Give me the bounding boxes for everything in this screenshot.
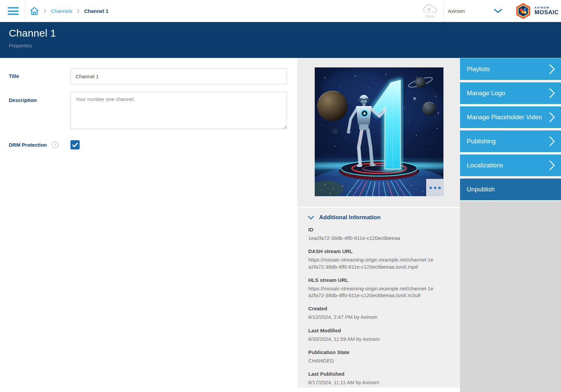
page-subtitle: Properties xyxy=(9,43,561,48)
top-bar: Channels Channel 1 Save Axinom xyxy=(0,0,561,22)
cloud-upload-icon xyxy=(420,3,439,14)
info-field-label: Publication State xyxy=(308,349,446,355)
info-field-label: DASH stream URL xyxy=(308,248,446,254)
chevron-right-icon xyxy=(549,160,555,170)
info-field-value: https://mosaic-streaming-origin.example.… xyxy=(308,256,435,270)
sidebar-action-label: Localizations xyxy=(467,162,503,169)
info-field-label: Last Published xyxy=(308,371,446,377)
chevron-down-icon xyxy=(494,9,502,13)
sidebar-action-button[interactable]: Publishing xyxy=(460,130,561,152)
description-input[interactable]: Your number one channel. xyxy=(70,92,287,129)
info-field: Last Modified 6/20/2024, 11:59 AM by Axi… xyxy=(308,328,446,343)
additional-information-fields: ID 1ea2fa72-38db-4ff0-811e-c120ec6beeaa … xyxy=(308,227,446,386)
cover-image-area xyxy=(297,58,460,207)
save-button-label: Save xyxy=(420,14,439,19)
info-field-label: Last Modified xyxy=(308,328,446,333)
breadcrumb-chevron-icon xyxy=(77,8,80,14)
brand-name-bottom: MOSAIC xyxy=(535,9,559,16)
sidebar-action-label: Unpublish xyxy=(467,186,495,193)
topbar-divider xyxy=(444,0,444,22)
info-field-label: HLS stream URL xyxy=(308,277,446,283)
ellipsis-dot xyxy=(438,187,441,189)
info-field: ID 1ea2fa72-38db-4ff0-811e-c120ec6beeaa xyxy=(308,227,446,242)
channel-properties-page: Channels Channel 1 Save Axinom xyxy=(0,0,561,392)
info-field-value: 6/20/2024, 11:59 AM by Axinom xyxy=(308,336,435,343)
info-field: Publication State CHANGED xyxy=(308,349,446,364)
info-field: Last Published 6/17/2024, 11:11 AM by Ax… xyxy=(308,371,446,386)
additional-information-toggle[interactable]: Additional Information xyxy=(308,214,380,221)
sidebar-action-button[interactable]: Playlists xyxy=(460,58,561,80)
additional-information-section: Additional Information ID 1ea2fa72-38db-… xyxy=(297,208,460,388)
info-field-value: 6/17/2024, 11:11 AM by Axinom xyxy=(308,379,435,386)
properties-form: Title Description Your number one channe… xyxy=(0,58,297,392)
content-area: Title Description Your number one channe… xyxy=(0,58,561,392)
sidebar-action-label: Manage Placeholder Video xyxy=(467,114,542,121)
info-field: DASH stream URL https://mosaic-streaming… xyxy=(308,248,446,270)
info-field-value: 6/12/2024, 2:47 PM by Axinom xyxy=(308,314,435,321)
tenant-name: Axinom xyxy=(448,8,465,14)
hamburger-menu-icon[interactable] xyxy=(8,7,19,15)
image-more-options-button[interactable] xyxy=(426,179,444,197)
action-sidebar: Playlists Manage Logo Manage Placeholder… xyxy=(460,58,561,392)
sidebar-action-button[interactable]: Manage Logo xyxy=(460,82,561,104)
info-field-value: https://mosaic-streaming-origin.example.… xyxy=(308,285,435,299)
description-label: Description xyxy=(9,97,37,103)
sidebar-action-button[interactable]: Localizations xyxy=(460,154,561,176)
info-icon[interactable]: i xyxy=(52,141,59,148)
info-field-value: 1ea2fa72-38db-4ff0-811e-c120ec6beeaa xyxy=(308,235,435,242)
sidebar-action-button[interactable]: Manage Placeholder Video xyxy=(460,106,561,128)
mosaic-hexagon-icon xyxy=(515,3,532,19)
title-label: Title xyxy=(9,73,19,79)
breadcrumb: Channels Channel 1 xyxy=(30,0,108,22)
drm-checkbox[interactable] xyxy=(70,140,80,149)
breadcrumb-channels-link[interactable]: Channels xyxy=(51,8,72,14)
ellipsis-dot xyxy=(430,187,432,189)
save-button[interactable]: Save xyxy=(420,3,439,19)
tenant-selector[interactable]: Axinom xyxy=(448,0,502,22)
checkmark-icon xyxy=(72,143,78,147)
page-header: Channel 1 Properties xyxy=(0,22,561,58)
chevron-right-icon xyxy=(549,64,555,74)
sidebar-action-label: Manage Logo xyxy=(467,89,505,97)
axinom-mosaic-logo: AXINOM MOSAIC xyxy=(515,3,559,19)
chevron-right-icon xyxy=(549,88,555,98)
breadcrumb-current-page: Channel 1 xyxy=(84,8,108,14)
breadcrumb-chevron-icon xyxy=(43,8,46,14)
page-title: Channel 1 xyxy=(9,27,561,39)
channel-cover-image xyxy=(315,67,443,196)
additional-information-heading: Additional Information xyxy=(319,214,380,221)
ellipsis-dot xyxy=(434,187,436,189)
info-field: HLS stream URL https://mosaic-streaming-… xyxy=(308,277,446,299)
details-panel: Additional Information ID 1ea2fa72-38db-… xyxy=(297,58,460,392)
title-input[interactable] xyxy=(70,68,287,84)
drm-protection-label: DRM Protection xyxy=(9,142,47,148)
sidebar-action-label: Playlists xyxy=(467,65,490,73)
sidebar-backdrop xyxy=(460,201,561,392)
sidebar-action-button[interactable]: Unpublish xyxy=(460,179,561,200)
chevron-right-icon xyxy=(549,136,555,146)
chevron-right-icon xyxy=(549,112,555,122)
chevron-down-icon xyxy=(308,216,314,220)
sidebar-action-label: Publishing xyxy=(467,138,496,145)
topbar-divider xyxy=(25,0,25,22)
info-field-label: ID xyxy=(308,227,446,232)
info-field-label: Created xyxy=(308,306,446,311)
home-icon[interactable] xyxy=(30,6,39,16)
info-field-value: CHANGED xyxy=(308,357,435,364)
info-field: Created 6/12/2024, 2:47 PM by Axinom xyxy=(308,306,446,321)
